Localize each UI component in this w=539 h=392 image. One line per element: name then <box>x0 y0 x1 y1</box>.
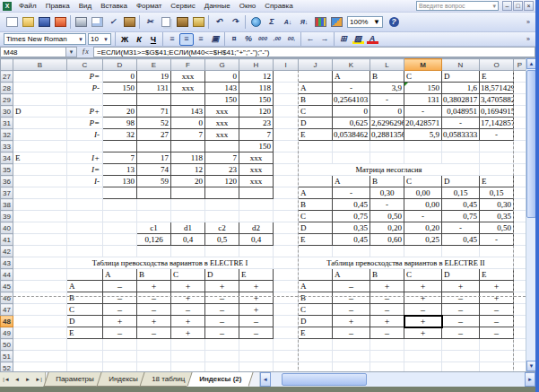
cell-E38[interactable] <box>137 199 171 211</box>
cell-M50[interactable] <box>404 339 442 351</box>
help-button[interactable]: ? <box>386 14 402 30</box>
cell-H44[interactable]: E <box>239 269 274 281</box>
cell-J50[interactable] <box>299 339 333 351</box>
cell-P27[interactable] <box>514 71 526 83</box>
cell-J32[interactable]: E <box>299 129 333 141</box>
cell-K41[interactable]: 0,45 <box>333 234 370 246</box>
cell-H48[interactable]: – <box>239 316 274 327</box>
cell-N40[interactable]: - <box>442 222 480 234</box>
cell-O32[interactable]: - <box>480 129 514 141</box>
cell-M29[interactable]: 131 <box>404 94 442 106</box>
cell-M33[interactable] <box>404 141 442 152</box>
cell-L33[interactable] <box>370 141 404 152</box>
cell-K34[interactable] <box>333 152 370 164</box>
cell-N36[interactable]: D <box>442 176 480 187</box>
cell-J33[interactable] <box>299 141 333 152</box>
cell-K29[interactable]: 0,2564103 <box>333 94 370 106</box>
cell-N45[interactable]: + <box>442 281 480 292</box>
cell-I28[interactable] <box>274 83 299 94</box>
cell-F42[interactable] <box>171 246 205 257</box>
cell-L41[interactable]: 0,60 <box>370 234 404 246</box>
cell-E29[interactable] <box>137 94 171 106</box>
row-header-45[interactable]: 45 <box>1 281 13 292</box>
cell-F37[interactable] <box>171 187 205 199</box>
cell-I40[interactable] <box>274 222 299 234</box>
cell-N32[interactable]: 0,0583333 <box>442 129 480 141</box>
cell-O39[interactable]: 0,35 <box>480 211 514 222</box>
cell-H37[interactable] <box>239 187 274 199</box>
cell-L40[interactable]: 0,20 <box>370 222 404 234</box>
menu-Сервис[interactable]: Сервис <box>166 0 199 12</box>
hyperlink-button[interactable] <box>248 14 264 30</box>
cell-J47[interactable]: C <box>299 304 333 316</box>
cell-J44[interactable] <box>299 269 333 281</box>
cell-H32[interactable]: 7 <box>239 129 274 141</box>
cell-O44[interactable]: E <box>480 269 514 281</box>
cell-K51[interactable] <box>333 351 370 362</box>
cell-C37[interactable] <box>67 187 103 199</box>
cell-M51[interactable] <box>404 351 442 362</box>
cell-E49[interactable]: – <box>137 327 171 339</box>
tab-nav-last-icon[interactable]: ►| <box>33 374 44 386</box>
cell-K38[interactable]: 0,45 <box>333 199 370 211</box>
cell-K32[interactable]: 0,0538462 <box>333 129 370 141</box>
cell-G47[interactable]: – <box>205 304 239 316</box>
cell-B46[interactable] <box>13 292 67 304</box>
cell-L32[interactable]: 0,2881356 <box>370 129 404 141</box>
row-header-34[interactable]: 34 <box>1 152 13 164</box>
menu-Справка[interactable]: Справка <box>260 0 297 12</box>
cell-L38[interactable]: - <box>370 199 404 211</box>
cell-E28[interactable]: 131 <box>137 83 171 94</box>
cell-O46[interactable]: + <box>480 292 514 304</box>
cell-D45[interactable]: – <box>103 281 137 292</box>
scroll-down-icon[interactable]: ▼ <box>526 361 535 371</box>
cell-K50[interactable] <box>333 339 370 351</box>
row-header-44[interactable]: 44 <box>1 269 13 281</box>
cell-L30[interactable]: 0 <box>370 106 404 118</box>
cell-G52[interactable] <box>205 362 239 372</box>
cell-J28[interactable]: A <box>299 83 333 94</box>
cell-I32[interactable] <box>274 129 299 141</box>
row-header-47[interactable]: 47 <box>1 304 13 316</box>
cell-C38[interactable] <box>67 199 103 211</box>
cell-P38[interactable] <box>514 199 526 211</box>
cell-O49[interactable]: – <box>480 327 514 339</box>
cell-M39[interactable]: - <box>404 211 442 222</box>
cell-O34[interactable] <box>480 152 514 164</box>
cell-G42[interactable] <box>205 246 239 257</box>
bold-button[interactable]: Ж <box>117 33 132 46</box>
tab-nav-prev-icon[interactable]: ◄ <box>12 374 22 386</box>
cell-C49[interactable]: E <box>67 327 103 339</box>
cell-E34[interactable]: 17 <box>137 152 171 164</box>
row-header-33[interactable]: 33 <box>1 141 13 152</box>
window-restore-button[interactable]: □ <box>513 1 523 11</box>
cell-N31[interactable]: - <box>442 118 480 129</box>
row-header-31[interactable]: 31 <box>1 118 13 129</box>
cell-I45[interactable] <box>274 281 299 292</box>
cell-I29[interactable] <box>274 94 299 106</box>
cell-B32[interactable] <box>13 129 67 141</box>
row-header-50[interactable]: 50 <box>1 339 13 351</box>
cell-P50[interactable] <box>514 339 526 351</box>
cell-E47[interactable]: – <box>137 304 171 316</box>
cell-E51[interactable] <box>137 351 171 362</box>
print-button[interactable] <box>73 14 89 30</box>
cell-N47[interactable]: – <box>442 304 480 316</box>
cell-B31[interactable] <box>13 118 67 129</box>
cell-I52[interactable] <box>274 362 299 372</box>
cell-N28[interactable]: 1,6 <box>442 83 480 94</box>
cell-I50[interactable] <box>274 339 299 351</box>
cell-D35[interactable]: 13 <box>103 164 137 176</box>
cell-K42[interactable] <box>333 246 370 257</box>
sheet-tab-Индексы (2)[interactable]: Индексы (2) <box>187 372 254 387</box>
italic-button[interactable]: К <box>132 33 146 46</box>
cell-F50[interactable] <box>171 339 205 351</box>
cell-L50[interactable] <box>370 339 404 351</box>
col-header-B[interactable]: B <box>13 59 67 71</box>
cell-F47[interactable]: – <box>171 304 205 316</box>
cell-H30[interactable]: 120 <box>239 106 274 118</box>
cell-B34[interactable]: E <box>13 152 67 164</box>
menu-Файл[interactable]: Файл <box>14 0 41 12</box>
cell-O38[interactable]: 0,30 <box>480 199 514 211</box>
cell-O41[interactable]: - <box>480 234 514 246</box>
